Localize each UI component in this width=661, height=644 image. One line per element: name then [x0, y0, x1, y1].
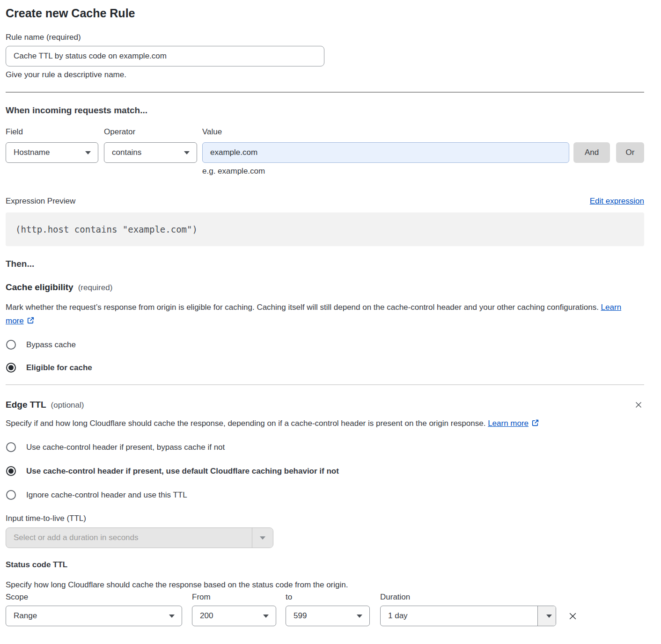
- close-edge-ttl-button[interactable]: [633, 399, 644, 410]
- radio-use-header-bypass[interactable]: Use cache-control header if present, byp…: [6, 442, 644, 452]
- chevron-down-icon: [357, 615, 362, 618]
- duration-select[interactable]: 1 day: [380, 606, 556, 626]
- page-title: Create new Cache Rule: [6, 7, 644, 20]
- to-select-value: 599: [294, 611, 307, 621]
- field-label: Field: [6, 127, 98, 137]
- close-icon: [567, 611, 578, 622]
- status-code-controls-row: Range 200 599 1 day: [6, 606, 644, 626]
- rule-name-help: Give your rule a descriptive name.: [6, 70, 644, 80]
- edge-ttl-header: Edge TTL(optional): [6, 399, 644, 410]
- expression-preview-label: Expression Preview: [6, 197, 75, 206]
- field-select[interactable]: Hostname: [6, 142, 98, 163]
- rule-name-label: Rule name (required): [6, 33, 644, 42]
- radio-bypass-cache[interactable]: Bypass cache: [6, 340, 644, 350]
- radio-icon[interactable]: [6, 490, 16, 500]
- scope-label: Scope: [6, 593, 182, 602]
- value-help: e.g. example.com: [202, 167, 640, 176]
- match-controls-row: Hostname contains And Or: [6, 142, 644, 163]
- edit-expression-link[interactable]: Edit expression: [590, 197, 644, 206]
- chevron-down-icon: [263, 615, 269, 618]
- chevron-down-icon: [85, 151, 91, 154]
- status-code-ttl-heading: Status code TTL: [6, 560, 644, 570]
- radio-ignore-header[interactable]: Ignore cache-control header and use this…: [6, 490, 644, 500]
- duration-select-value: 1 day: [381, 606, 537, 626]
- expression-preview-code: (http.host contains "example.com"): [6, 212, 644, 246]
- status-code-labels-row: Scope From to Duration: [6, 593, 644, 602]
- then-heading: Then...: [6, 259, 644, 269]
- edge-ttl-heading: Edge TTL(optional): [6, 400, 84, 410]
- from-select[interactable]: 200: [192, 606, 276, 626]
- section-divider: [6, 92, 644, 93]
- radio-icon[interactable]: [6, 340, 16, 350]
- field-select-value: Hostname: [14, 148, 50, 157]
- ttl-duration-input[interactable]: [6, 533, 252, 542]
- duration-label: Duration: [380, 593, 556, 602]
- ttl-duration-dropdown-button[interactable]: [252, 528, 273, 548]
- radio-icon[interactable]: [6, 442, 16, 452]
- match-labels-row: Field Operator Value: [6, 127, 644, 137]
- close-icon: [634, 400, 643, 410]
- value-input[interactable]: [202, 142, 569, 163]
- value-help-row: e.g. example.com: [6, 163, 644, 176]
- chevron-down-icon: [169, 615, 175, 618]
- section-divider: [6, 384, 644, 385]
- external-link-icon: [531, 417, 539, 431]
- remove-status-code-rule-button[interactable]: [566, 610, 579, 622]
- or-button[interactable]: Or: [616, 142, 644, 163]
- chevron-down-icon: [260, 536, 265, 540]
- scope-select-value: Range: [14, 611, 37, 621]
- scope-select[interactable]: Range: [6, 606, 182, 626]
- create-cache-rule-form: Create new Cache Rule Rule name (require…: [0, 0, 661, 644]
- expression-header: Expression Preview Edit expression: [6, 197, 644, 206]
- radio-use-header-default[interactable]: Use cache-control header if present, use…: [6, 466, 644, 476]
- radio-eligible-for-cache[interactable]: Eligible for cache: [6, 363, 644, 373]
- radio-selected-icon[interactable]: [6, 363, 16, 373]
- chevron-down-icon: [546, 615, 552, 618]
- operator-label: Operator: [104, 127, 197, 137]
- optional-note: (optional): [51, 401, 84, 410]
- ttl-duration-select[interactable]: [6, 527, 273, 548]
- cache-eligibility-description: Mark whether the request’s response from…: [6, 300, 633, 329]
- from-select-value: 200: [200, 611, 213, 621]
- from-label: From: [192, 593, 276, 602]
- required-note: (required): [78, 283, 113, 292]
- match-heading: When incoming requests match...: [6, 105, 644, 116]
- learn-more-link[interactable]: Learn more: [488, 419, 529, 428]
- value-label: Value: [202, 127, 640, 137]
- operator-select-value: contains: [112, 148, 141, 157]
- external-link-icon: [27, 315, 35, 329]
- edge-ttl-description: Specify if and how long Cloudflare shoul…: [6, 417, 633, 431]
- operator-select[interactable]: contains: [104, 142, 197, 163]
- to-select[interactable]: 599: [286, 606, 370, 626]
- radio-selected-icon[interactable]: [6, 466, 16, 476]
- cache-eligibility-heading: Cache eligibility(required): [6, 282, 644, 293]
- chevron-down-icon: [184, 151, 190, 154]
- duration-dropdown-button[interactable]: [537, 606, 556, 626]
- ttl-input-label: Input time-to-live (TTL): [6, 514, 644, 523]
- to-label: to: [286, 593, 370, 602]
- and-button[interactable]: And: [573, 142, 610, 163]
- rule-name-input[interactable]: [6, 46, 324, 66]
- status-code-ttl-description: Specify how long Cloudflare should cache…: [6, 578, 644, 592]
